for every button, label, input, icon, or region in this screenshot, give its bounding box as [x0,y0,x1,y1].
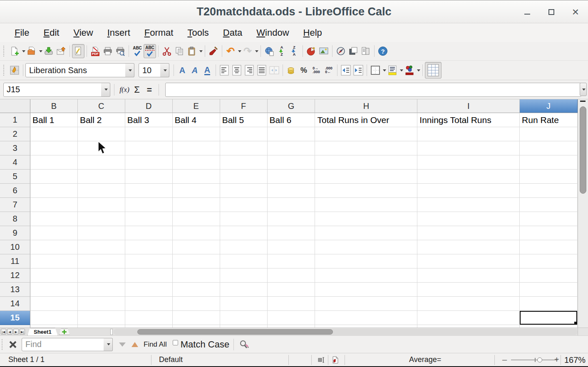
row-header-7[interactable]: 7 [0,198,30,212]
vertical-scrollbar[interactable] [578,99,588,328]
cell-D5[interactable] [125,170,173,184]
close-button[interactable]: × [569,5,582,19]
cell-F3[interactable] [220,141,268,155]
cell-B10[interactable] [30,240,78,254]
find-all-label[interactable]: Find All [144,340,167,349]
cell-F6[interactable] [220,184,268,198]
row-header-14[interactable]: 14 [0,297,30,311]
cell-B1[interactable]: Ball 1 [30,113,78,127]
align-right-button[interactable] [243,63,256,77]
cell-C2[interactable] [78,127,125,141]
cell-B8[interactable] [30,212,78,226]
cell-C15[interactable] [78,311,125,325]
cell-E4[interactable] [173,155,220,170]
minimize-button[interactable] [521,5,534,19]
spelling-button[interactable]: ABC [131,44,144,58]
insert-chart-button[interactable] [305,44,318,58]
row-header-2[interactable]: 2 [0,127,30,141]
find-input[interactable] [22,338,105,351]
cell-G3[interactable] [268,141,315,155]
edit-mode-button[interactable] [72,44,84,58]
cell-F10[interactable] [220,240,268,254]
last-sheet-button[interactable]: ▶| [20,329,25,335]
cell-G15[interactable] [268,311,315,325]
cell-B14[interactable] [30,297,78,311]
function-wizard-button[interactable]: f(x) [118,83,131,97]
cell-H2[interactable] [315,127,417,141]
formula-input[interactable] [165,83,581,97]
open-button[interactable] [25,44,38,58]
background-color-button[interactable] [386,63,399,77]
zoom-in-control[interactable]: + [554,355,559,365]
cell-H14[interactable] [315,297,417,311]
cell-J13[interactable] [520,283,578,297]
cell-C1[interactable]: Ball 2 [78,113,125,127]
cell-I6[interactable] [417,184,520,198]
merge-cells-button[interactable] [268,63,280,77]
close-find-bar-button[interactable] [7,337,19,352]
zoom-slider-track[interactable] [511,360,558,360]
cell-E2[interactable] [173,127,220,141]
cell-C11[interactable] [78,254,125,268]
cell-J15[interactable] [520,311,578,325]
cell-D12[interactable] [125,268,173,283]
print-preview-button[interactable] [114,44,127,58]
paste-dropdown[interactable] [198,44,203,58]
cell-G7[interactable] [268,198,315,212]
save-button[interactable] [42,44,55,58]
cell-F5[interactable] [220,170,268,184]
cell-C5[interactable] [78,170,125,184]
cell-H9[interactable] [315,226,417,240]
cell-C8[interactable] [78,212,125,226]
selection-mode-icon[interactable] [318,357,325,363]
zoom-level[interactable]: 167% [564,355,586,365]
cell-G1[interactable]: Ball 6 [268,113,315,127]
sum-button[interactable]: Σ [131,83,143,97]
menu-tools[interactable]: Tools [180,26,216,40]
cell-C3[interactable] [78,141,125,155]
cell-I13[interactable] [417,283,520,297]
cell-J6[interactable] [520,184,578,198]
fill-handle[interactable] [574,322,578,325]
add-sheet-button[interactable] [59,328,70,335]
cell-I10[interactable] [417,240,520,254]
cell-F7[interactable] [220,198,268,212]
row-header-13[interactable]: 13 [0,283,30,297]
cell-B15[interactable] [30,311,78,325]
column-header-B[interactable]: B [30,99,78,113]
next-sheet-button[interactable]: ▶ [13,329,19,335]
underline-button[interactable]: A [201,63,213,77]
cell-F2[interactable] [220,127,268,141]
cell-F11[interactable] [220,254,268,268]
cell-F14[interactable] [220,297,268,311]
cell-E3[interactable] [173,141,220,155]
column-header-H[interactable]: H [315,99,417,113]
cell-E15[interactable] [173,311,220,325]
first-sheet-button[interactable]: |◀ [1,329,6,335]
currency-format-button[interactable] [285,63,298,77]
cell-G8[interactable] [268,212,315,226]
cell-H12[interactable] [315,268,417,283]
cell-J2[interactable] [520,127,578,141]
row-header-15[interactable]: 15 [0,311,30,325]
cell-G4[interactable] [268,155,315,170]
menu-format[interactable]: Format [137,26,181,40]
cell-B9[interactable] [30,226,78,240]
cell-G10[interactable] [268,240,315,254]
cell-G14[interactable] [268,297,315,311]
cell-D9[interactable] [125,226,173,240]
cell-I15[interactable] [417,311,520,325]
cell-I11[interactable] [417,254,520,268]
cell-H10[interactable] [315,240,417,254]
cell-E1[interactable]: Ball 4 [173,113,220,127]
cell-C4[interactable] [78,155,125,170]
cell-B7[interactable] [30,198,78,212]
cell-J14[interactable] [520,297,578,311]
cell-D6[interactable] [125,184,173,198]
cell-C14[interactable] [78,297,125,311]
borders-button[interactable] [369,63,382,77]
cell-I12[interactable] [417,268,520,283]
column-header-E[interactable]: E [173,99,220,113]
vertical-scrollbar-thumb[interactable] [580,106,586,194]
find-next-button[interactable] [116,337,129,352]
